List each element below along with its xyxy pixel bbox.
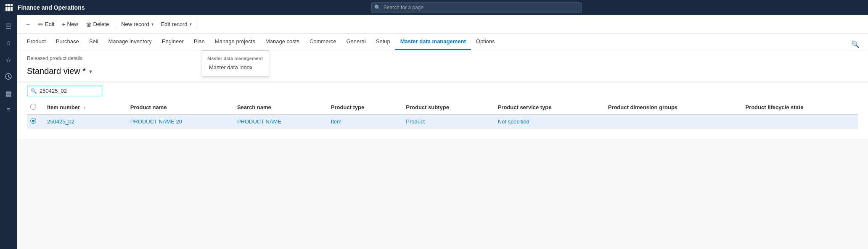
star-icon[interactable]: ☆ [1, 52, 16, 67]
svg-rect-4 [8, 7, 10, 9]
tabs-search-icon[interactable]: 🔍 [848, 39, 863, 50]
svg-rect-0 [5, 4, 8, 6]
tab-plan[interactable]: Plan [189, 33, 210, 50]
tab-sell[interactable]: Sell [84, 33, 103, 50]
tab-commerce[interactable]: Commerce [304, 33, 341, 50]
plus-icon: + [62, 21, 65, 28]
cell-product-subtype: Product [401, 115, 492, 129]
table-header-row: Item number ↑ Product name Search name P… [27, 100, 858, 115]
new-button[interactable]: + New [58, 19, 81, 29]
separator-1 [115, 20, 115, 29]
delete-icon: 🗑 [86, 21, 92, 28]
cell-product-lifecycle-state [740, 115, 858, 129]
tab-manage-projects[interactable]: Manage projects [210, 33, 260, 50]
svg-rect-8 [11, 9, 13, 11]
filter-search-icon: 🔍 [31, 88, 37, 94]
breadcrumb: Released product details [27, 55, 858, 61]
th-checkbox [27, 100, 42, 115]
th-product-type[interactable]: Product type [326, 100, 401, 115]
svg-rect-5 [11, 7, 13, 9]
svg-line-11 [8, 77, 10, 78]
svg-rect-1 [8, 4, 10, 6]
back-icon: ← [25, 21, 31, 27]
row-radio-cell [27, 115, 42, 129]
page-title: Standard view * [27, 66, 86, 76]
th-product-subtype[interactable]: Product subtype [401, 100, 492, 115]
global-search-icon: 🔍 [374, 5, 381, 10]
hamburger-icon[interactable]: ☰ [1, 18, 16, 34]
page-header: Released product details Standard view *… [17, 50, 868, 81]
th-product-service-type[interactable]: Product service type [493, 100, 603, 115]
cell-item-number[interactable]: 250425_02 [42, 115, 125, 129]
cell-product-service-type: Not specified [493, 115, 603, 129]
global-search[interactable]: 🔍 [371, 2, 582, 13]
nav-tabs: Product Purchase Sell Manage inventory E… [17, 34, 868, 50]
row-radio-checked[interactable] [30, 118, 36, 124]
dropdown-item-master-data-inbox[interactable]: Master data inbox [202, 62, 269, 73]
new-record-button[interactable]: New record ▾ [118, 19, 156, 29]
th-product-name[interactable]: Product name [125, 100, 232, 115]
tab-product[interactable]: Product [22, 33, 51, 50]
left-sidebar: ☰ ⌂ ☆ ▤ ≡ [0, 15, 17, 249]
master-data-dropdown: Master data management Master data inbox [202, 50, 269, 77]
page-area: Released product details Standard view *… [17, 50, 868, 249]
filter-input-wrapper: 🔍 [27, 86, 102, 96]
svg-rect-6 [5, 9, 8, 11]
edit-record-chevron: ▾ [190, 22, 192, 26]
command-bar: ← ✏ Edit + New 🗑 Delete New record ▾ Edi… [17, 15, 868, 34]
tab-options[interactable]: Options [471, 33, 500, 50]
view-chevron-icon[interactable]: ▾ [89, 68, 92, 75]
edit-icon: ✏ [38, 21, 43, 28]
document-icon[interactable]: ▤ [1, 86, 16, 101]
separator-2 [198, 20, 198, 29]
tab-engineer[interactable]: Engineer [157, 33, 189, 50]
cell-product-dimension-groups [603, 115, 741, 129]
th-search-name[interactable]: Search name [232, 100, 326, 115]
tab-master-data-management[interactable]: Master data management [395, 33, 471, 50]
tab-manage-costs[interactable]: Manage costs [260, 33, 304, 50]
grid-icon[interactable] [5, 4, 13, 11]
product-table: Item number ↑ Product name Search name P… [27, 100, 858, 129]
delete-button[interactable]: 🗑 Delete [82, 19, 113, 29]
th-product-lifecycle-state[interactable]: Product lifecycle state [740, 100, 858, 115]
th-product-dimension-groups[interactable]: Product dimension groups [603, 100, 741, 115]
dropdown-section-label: Master data management [202, 54, 269, 62]
cell-search-name: PRODUCT NAME [232, 115, 326, 129]
page-title-row: Standard view * ▾ [27, 63, 858, 79]
svg-rect-3 [5, 7, 8, 9]
global-search-input[interactable] [371, 2, 582, 13]
clock-icon[interactable] [1, 69, 16, 84]
tab-general[interactable]: General [341, 33, 370, 50]
tab-setup[interactable]: Setup [371, 33, 395, 50]
back-button[interactable]: ← [22, 19, 34, 29]
filter-bar: 🔍 [17, 81, 868, 100]
new-record-chevron: ▾ [151, 22, 153, 26]
app-title: Finance and Operations [18, 4, 85, 11]
svg-rect-2 [11, 4, 13, 6]
home-icon[interactable]: ⌂ [1, 35, 16, 50]
list-icon[interactable]: ≡ [1, 102, 16, 118]
cell-product-type: Item [326, 115, 401, 129]
cell-product-name: PRODUCT NAME 20 [125, 115, 232, 129]
edit-record-button[interactable]: Edit record ▾ [158, 19, 195, 29]
tab-manage-inventory[interactable]: Manage inventory [103, 33, 156, 50]
tab-purchase[interactable]: Purchase [51, 33, 84, 50]
th-item-number[interactable]: Item number ↑ [42, 100, 125, 115]
edit-button[interactable]: ✏ Edit [35, 19, 58, 29]
header-radio[interactable] [30, 104, 36, 110]
svg-rect-7 [8, 9, 10, 11]
filter-input[interactable] [40, 88, 98, 94]
data-table-wrapper: Item number ↑ Product name Search name P… [17, 100, 868, 139]
table-row[interactable]: 250425_02 PRODUCT NAME 20 PRODUCT NAME I… [27, 115, 858, 129]
sort-icon-item-number: ↑ [83, 105, 85, 110]
